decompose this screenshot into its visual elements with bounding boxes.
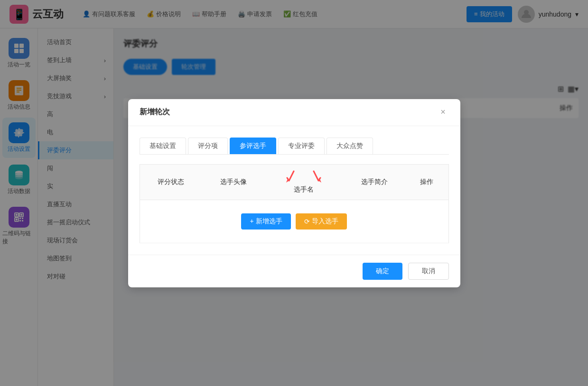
contestants-table: 评分状态 选手头像 选手名 选手简介 [140, 164, 449, 243]
modal-header: 新增轮次 × [128, 99, 460, 126]
table-action-buttons: + 新增选手 ⟳ 导入选手 [148, 206, 441, 237]
tab-contestants[interactable]: 参评选手 [230, 138, 276, 154]
table-container: 评分状态 选手头像 选手名 选手简介 [140, 164, 449, 243]
col-score-status: 评分状态 [140, 164, 202, 200]
right-arrow-indicator [311, 170, 322, 184]
import-icon: ⟳ [304, 218, 310, 225]
tab-public-likes[interactable]: 大众点赞 [327, 138, 373, 154]
col-operation: 操作 [405, 164, 448, 200]
left-arrow-indicator [285, 170, 297, 184]
tab-basic-settings[interactable]: 基础设置 [140, 138, 186, 154]
col-avatar: 选手头像 [202, 164, 265, 200]
tab-professional-judges[interactable]: 专业评委 [278, 138, 325, 154]
cancel-button[interactable]: 取消 [408, 263, 449, 280]
add-contestant-button[interactable]: + 新增选手 [241, 213, 290, 230]
modal-title: 新增轮次 [140, 107, 170, 117]
col-bio: 选手简介 [343, 164, 406, 200]
tab-score-items[interactable]: 评分项 [188, 138, 228, 154]
modal-dialog: 新增轮次 × 基础设置 评分项 参评选手 专业评委 大众点赞 [128, 99, 460, 287]
import-contestant-button[interactable]: ⟳ 导入选手 [296, 213, 347, 230]
empty-row: + 新增选手 ⟳ 导入选手 [140, 200, 448, 243]
modal-footer: 确定 取消 [128, 255, 460, 287]
modal-overlay: 新增轮次 × 基础设置 评分项 参评选手 专业评委 大众点赞 [0, 0, 588, 386]
col-name: 选手名 [265, 164, 343, 200]
modal-body: 基础设置 评分项 参评选手 专业评委 大众点赞 [128, 126, 460, 255]
modal-tabs: 基础设置 评分项 参评选手 专业评委 大众点赞 [140, 138, 449, 155]
modal-close-button[interactable]: × [438, 107, 449, 118]
confirm-button[interactable]: 确定 [363, 263, 402, 280]
